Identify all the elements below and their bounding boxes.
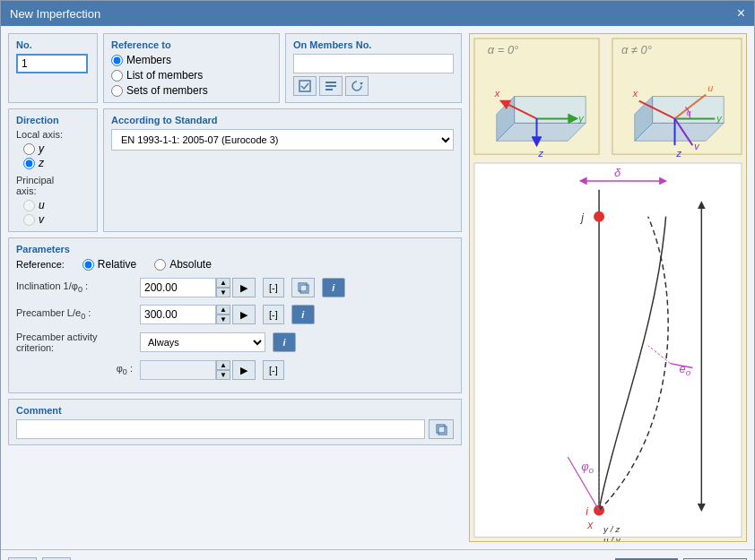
svg-point-42 bbox=[594, 211, 604, 222]
phi-label: φ0 : bbox=[16, 363, 133, 376]
svg-text:i: i bbox=[586, 505, 588, 518]
phi-input[interactable] bbox=[140, 360, 216, 380]
inclination-copy-btn[interactable] bbox=[291, 278, 315, 297]
left-panel: No. Reference to Members List of members bbox=[8, 33, 462, 542]
inclination-input[interactable] bbox=[140, 278, 216, 297]
list-members-label: List of members bbox=[126, 69, 203, 82]
svg-text:u: u bbox=[707, 82, 713, 93]
precamber-row: Precamber L/e0 : ▲ ▼ ▶ [-] i bbox=[16, 305, 454, 324]
inclination-spin-up[interactable]: ▲ bbox=[216, 278, 230, 288]
principal-axis-row: Principal axis: bbox=[16, 175, 90, 196]
select-members-btn2[interactable] bbox=[319, 76, 343, 96]
sets-members-label: Sets of members bbox=[126, 84, 208, 97]
reset-members-btn[interactable] bbox=[345, 76, 369, 96]
inclination-row: Inclination 1/φ0 : ▲ ▼ ▶ [-] i bbox=[16, 278, 454, 297]
precamber-spin-down[interactable]: ▼ bbox=[216, 314, 230, 324]
precamber-info-btn[interactable]: i bbox=[291, 305, 315, 324]
svg-rect-3 bbox=[325, 89, 333, 90]
inclination-arrow-btn[interactable]: ▶ bbox=[232, 278, 256, 297]
precamber-arrow-btn[interactable]: ▶ bbox=[232, 305, 256, 324]
svg-text:v: v bbox=[694, 141, 699, 151]
members-radio[interactable] bbox=[111, 55, 123, 66]
sets-members-option[interactable]: Sets of members bbox=[111, 84, 272, 97]
list-members-option[interactable]: List of members bbox=[111, 69, 272, 82]
sets-members-radio[interactable] bbox=[111, 85, 123, 97]
members-option[interactable]: Members bbox=[111, 54, 272, 66]
local-axis-row: Local axis: bbox=[16, 129, 90, 140]
close-button[interactable]: × bbox=[737, 6, 745, 21]
mid-row: Direction Local axis: y z Principal axis… bbox=[8, 108, 462, 232]
svg-text:α ≠ 0°: α ≠ 0° bbox=[621, 43, 652, 56]
comment-label: Comment bbox=[16, 405, 454, 416]
no-input[interactable] bbox=[16, 54, 88, 73]
u-axis-option[interactable]: u bbox=[23, 199, 90, 211]
svg-text:y: y bbox=[716, 113, 722, 124]
svg-rect-6 bbox=[300, 285, 308, 293]
z-label: z bbox=[39, 157, 44, 169]
reference-section: Reference to Members List of members bbox=[103, 33, 280, 103]
phi-row: φ0 : ▲ ▼ ▶ [-] bbox=[16, 360, 454, 380]
reference-type-label: Reference: bbox=[16, 259, 65, 270]
phi-spin-down[interactable]: ▼ bbox=[216, 370, 230, 380]
svg-rect-2 bbox=[325, 85, 336, 87]
y-axis-option[interactable]: y bbox=[23, 142, 90, 155]
v-radio[interactable] bbox=[23, 214, 35, 226]
direction-label: Direction bbox=[16, 115, 90, 125]
svg-text:u / v: u / v bbox=[603, 535, 621, 541]
inclination-unit[interactable]: [-] bbox=[263, 278, 284, 297]
precamber-spin-up[interactable]: ▲ bbox=[216, 305, 230, 314]
on-members-input[interactable] bbox=[293, 54, 454, 73]
svg-rect-8 bbox=[438, 426, 447, 435]
v-axis-option[interactable]: v bbox=[23, 213, 90, 226]
comment-section: Comment bbox=[8, 399, 462, 445]
svg-rect-5 bbox=[299, 283, 307, 291]
inclination-spin-down[interactable]: ▼ bbox=[216, 288, 230, 297]
activity-info-btn[interactable]: i bbox=[273, 332, 296, 352]
list-members-radio[interactable] bbox=[111, 70, 123, 82]
comment-copy-btn[interactable] bbox=[429, 419, 454, 439]
svg-text:y: y bbox=[577, 113, 584, 124]
inclination-input-group: ▲ ▼ ▶ bbox=[140, 278, 256, 297]
absolute-radio[interactable] bbox=[154, 259, 166, 271]
inclination-info-btn[interactable]: i bbox=[322, 278, 345, 297]
svg-text:z: z bbox=[538, 148, 544, 159]
standard-section: According to Standard EN 1993-1-1: 2005-… bbox=[103, 108, 462, 232]
on-members-section: On Members No. bbox=[285, 33, 462, 103]
phi-unit[interactable]: [-] bbox=[263, 360, 284, 380]
params-section: Parameters Reference: Relative Absolute bbox=[8, 237, 462, 393]
activity-label: Precamber activity criterion: bbox=[16, 332, 133, 353]
bottom-bar: ? 0.a OK Cancel bbox=[1, 549, 754, 560]
inclination-spin: ▲ ▼ bbox=[216, 278, 230, 297]
svg-text:δ: δ bbox=[614, 166, 621, 179]
phi-arrow-btn[interactable]: ▶ bbox=[232, 360, 256, 380]
relative-option[interactable]: Relative bbox=[82, 258, 136, 271]
precamber-unit[interactable]: [-] bbox=[263, 305, 284, 324]
precamber-input-group: ▲ ▼ ▶ bbox=[140, 305, 256, 324]
standard-dropdown[interactable]: EN 1993-1-1: 2005-07 (Eurocode 3) bbox=[111, 129, 454, 151]
top-row: No. Reference to Members List of members bbox=[8, 33, 462, 103]
svg-text:x: x bbox=[632, 88, 638, 99]
absolute-option[interactable]: Absolute bbox=[154, 258, 212, 271]
relative-label: Relative bbox=[98, 258, 136, 271]
svg-text:y / z: y / z bbox=[603, 524, 620, 534]
phi-spin: ▲ ▼ bbox=[216, 360, 230, 380]
precamber-spin: ▲ ▼ bbox=[216, 305, 230, 324]
phi-spin-up[interactable]: ▲ bbox=[216, 360, 230, 370]
inclination-label: Inclination 1/φ0 : bbox=[16, 280, 133, 294]
svg-rect-0 bbox=[299, 81, 310, 91]
y-label: y bbox=[39, 142, 44, 155]
no-section: No. bbox=[8, 33, 98, 103]
reference-type-row: Reference: Relative Absolute bbox=[16, 258, 454, 271]
phi-input-group: ▲ ▼ ▶ bbox=[140, 360, 256, 380]
relative-radio[interactable] bbox=[82, 259, 94, 271]
z-radio[interactable] bbox=[23, 158, 35, 169]
svg-text:α = 0°: α = 0° bbox=[488, 43, 518, 56]
precamber-input[interactable] bbox=[140, 305, 216, 324]
z-axis-option[interactable]: z bbox=[23, 157, 90, 169]
u-radio[interactable] bbox=[23, 200, 35, 211]
activity-row: Precamber activity criterion: Always i bbox=[16, 332, 454, 353]
activity-dropdown[interactable]: Always bbox=[140, 332, 265, 352]
y-radio[interactable] bbox=[23, 143, 35, 155]
select-members-btn[interactable] bbox=[293, 76, 317, 96]
comment-input[interactable] bbox=[16, 419, 425, 439]
